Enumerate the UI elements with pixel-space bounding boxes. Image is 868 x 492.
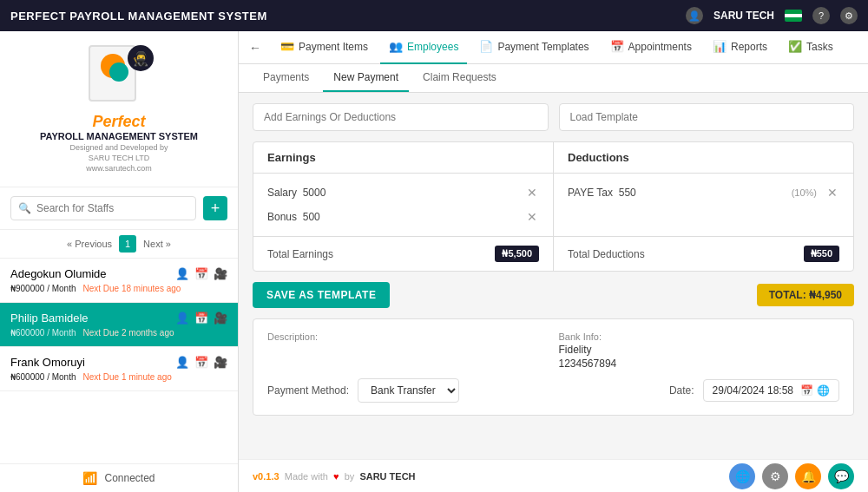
footer-version: v0.1.3 bbox=[253, 471, 279, 482]
search-area: 🔍 + bbox=[0, 187, 238, 230]
sidebar: 🥷 Perfect PAYROLL MANAGEMENT SYSTEM Desi… bbox=[0, 31, 239, 492]
logo-graphic: 🥷 bbox=[84, 45, 154, 106]
payment-method-row: Payment Method: Bank Transfer Date: 29/0… bbox=[267, 378, 839, 403]
footer-brand: SARU TECH bbox=[359, 471, 415, 482]
staff-item-active[interactable]: Philip Bamidele 👤 📅 🎥 ₦600000 / Month Ne… bbox=[0, 303, 238, 347]
add-staff-button[interactable]: + bbox=[203, 196, 227, 220]
nav-tasks[interactable]: ✅ Tasks bbox=[779, 31, 842, 64]
back-button[interactable]: ← bbox=[249, 41, 261, 55]
total-deductions-label: Total Deductions bbox=[568, 248, 645, 260]
staff-name-active: Philip Bamidele bbox=[10, 312, 89, 325]
staff-action-icons-active: 👤 📅 🎥 bbox=[175, 312, 227, 325]
staff-calendar-icon-3[interactable]: 📅 bbox=[194, 356, 208, 369]
bonus-label: Bonus 500 bbox=[267, 211, 320, 223]
logo-perfect: Perfect bbox=[14, 113, 224, 131]
tab-new-payment[interactable]: New Payment bbox=[323, 64, 409, 92]
content-area: Earnings Deductions Salary 5000 ✕ Bonus … bbox=[239, 93, 868, 459]
logo-company: SARU TECH LTD bbox=[14, 154, 224, 162]
nav-appointments[interactable]: 📅 Appointments bbox=[602, 31, 700, 64]
staff-item-3[interactable]: Frank Omoruyi 👤 📅 🎥 ₦600000 / Month Next… bbox=[0, 347, 238, 391]
wifi-icon: 📶 bbox=[82, 471, 97, 485]
bank-account: 1234567894 bbox=[559, 358, 840, 370]
staff-name: Adegokun Olumide bbox=[10, 267, 107, 280]
nav-payment-items[interactable]: 💳 Payment Items bbox=[272, 31, 377, 64]
settings-button[interactable]: ⚙ bbox=[840, 7, 858, 24]
deductions-header: Deductions bbox=[554, 142, 853, 174]
info-grid: Description: Bank Info: Fidelity 1234567… bbox=[267, 331, 839, 370]
totals-row: Total Earnings ₦5,500 Total Deductions ₦… bbox=[253, 236, 853, 271]
bank-info-item: Bank Info: Fidelity 1234567894 bbox=[559, 331, 840, 370]
tabs: Payments New Payment Claim Requests bbox=[239, 64, 868, 93]
help-button[interactable]: ? bbox=[812, 7, 830, 24]
staff-calendar-icon-active[interactable]: 📅 bbox=[194, 312, 208, 325]
add-earnings-input[interactable] bbox=[253, 103, 549, 131]
navbar: ← 💳 Payment Items 👥 Employees 📄 Payment … bbox=[239, 31, 868, 64]
reports-icon: 📊 bbox=[713, 40, 727, 53]
pay-table-body: Salary 5000 ✕ Bonus 500 ✕ PAYE Tax 550 bbox=[253, 174, 853, 236]
templates-icon: 📄 bbox=[479, 40, 493, 53]
next-page-button[interactable]: Next » bbox=[143, 239, 171, 249]
date-value: 29/04/2024 18:58 bbox=[713, 384, 793, 397]
bank-info-label: Bank Info: bbox=[559, 331, 840, 342]
save-template-button[interactable]: SAVE AS TEMPLATE bbox=[253, 282, 390, 308]
user-icon[interactable]: 👤 bbox=[686, 7, 703, 24]
staff-item[interactable]: Adegokun Olumide 👤 📅 🎥 ₦900000 / Month N… bbox=[0, 259, 238, 303]
chat-button[interactable]: 💬 bbox=[828, 463, 854, 489]
earnings-row-salary: Salary 5000 ✕ bbox=[253, 180, 553, 205]
footer: v0.1.3 Made with ♥ by SARU TECH 🌐 ⚙ 🔔 💬 bbox=[239, 459, 868, 492]
translate-button[interactable]: 🌐 bbox=[729, 463, 755, 489]
date-label: Date: bbox=[669, 384, 694, 397]
staff-meta: ₦900000 / Month Next Due 18 minutes ago bbox=[10, 284, 227, 293]
connection-status: Connected bbox=[104, 472, 155, 484]
remove-bonus-button[interactable]: ✕ bbox=[525, 210, 539, 224]
staff-video-icon-active[interactable]: 🎥 bbox=[214, 312, 227, 325]
staff-salary: ₦900000 / Month bbox=[10, 284, 76, 293]
globe-icon[interactable]: 🌐 bbox=[817, 384, 830, 397]
staff-video-icon[interactable]: 🎥 bbox=[214, 267, 227, 280]
staff-item-top-active: Philip Bamidele 👤 📅 🎥 bbox=[10, 312, 227, 325]
nav-tasks-label: Tasks bbox=[806, 41, 833, 53]
footer-left: v0.1.3 Made with ♥ by SARU TECH bbox=[253, 471, 416, 482]
remove-salary-button[interactable]: ✕ bbox=[525, 186, 539, 200]
logo-circle-teal bbox=[109, 62, 128, 82]
staff-profile-icon-3[interactable]: 👤 bbox=[175, 356, 189, 369]
total-earnings-label: Total Earnings bbox=[267, 248, 333, 260]
load-template-input[interactable] bbox=[559, 103, 855, 131]
total-deductions-badge: ₦550 bbox=[804, 246, 839, 262]
staff-due-active: Next Due 2 months ago bbox=[83, 328, 174, 338]
tasks-icon: ✅ bbox=[788, 40, 802, 53]
total-earnings-badge: ₦5,500 bbox=[495, 246, 539, 262]
search-input[interactable] bbox=[36, 202, 188, 214]
staff-calendar-icon[interactable]: 📅 bbox=[194, 267, 208, 280]
notification-button[interactable]: 🔔 bbox=[795, 463, 821, 489]
tab-claim-requests[interactable]: Claim Requests bbox=[412, 64, 507, 92]
paye-label: PAYE Tax 550 bbox=[568, 187, 636, 199]
staff-action-icons-3: 👤 📅 🎥 bbox=[175, 356, 227, 369]
staff-video-icon-3[interactable]: 🎥 bbox=[214, 356, 227, 369]
calendar-icon[interactable]: 📅 bbox=[800, 384, 813, 397]
staff-due-3: Next Due 1 minute ago bbox=[83, 372, 172, 382]
current-page: 1 bbox=[119, 235, 136, 253]
pay-table: Earnings Deductions Salary 5000 ✕ Bonus … bbox=[253, 141, 854, 272]
remove-paye-button[interactable]: ✕ bbox=[825, 186, 839, 200]
nav-reports[interactable]: 📊 Reports bbox=[704, 31, 776, 64]
logo-system: PAYROLL MANAGEMENT SYSTEM bbox=[14, 131, 224, 141]
staff-meta-active: ₦600000 / Month Next Due 2 months ago bbox=[10, 328, 227, 338]
prev-page-button[interactable]: « Previous bbox=[67, 239, 112, 249]
settings-footer-button[interactable]: ⚙ bbox=[762, 463, 788, 489]
sidebar-logo: 🥷 Perfect PAYROLL MANAGEMENT SYSTEM Desi… bbox=[0, 31, 238, 187]
footer-by: by bbox=[345, 471, 355, 482]
staff-profile-icon-active[interactable]: 👤 bbox=[175, 312, 189, 325]
staff-profile-icon[interactable]: 👤 bbox=[175, 267, 189, 280]
pagination: « Previous 1 Next » bbox=[0, 230, 238, 259]
nav-payment-items-label: Payment Items bbox=[299, 41, 368, 53]
payment-method-select[interactable]: Bank Transfer bbox=[358, 378, 459, 403]
description-item: Description: bbox=[267, 331, 549, 370]
date-section: Date: 29/04/2024 18:58 📅 🌐 bbox=[669, 379, 839, 402]
tab-payments[interactable]: Payments bbox=[253, 64, 319, 92]
nav-payment-templates[interactable]: 📄 Payment Templates bbox=[470, 31, 597, 64]
action-row: SAVE AS TEMPLATE TOTAL: ₦4,950 bbox=[253, 282, 854, 308]
company-name: SARU TECH bbox=[713, 10, 774, 22]
nav-employees[interactable]: 👥 Employees bbox=[380, 31, 467, 64]
logo-ninja: 🥷 bbox=[128, 45, 154, 71]
